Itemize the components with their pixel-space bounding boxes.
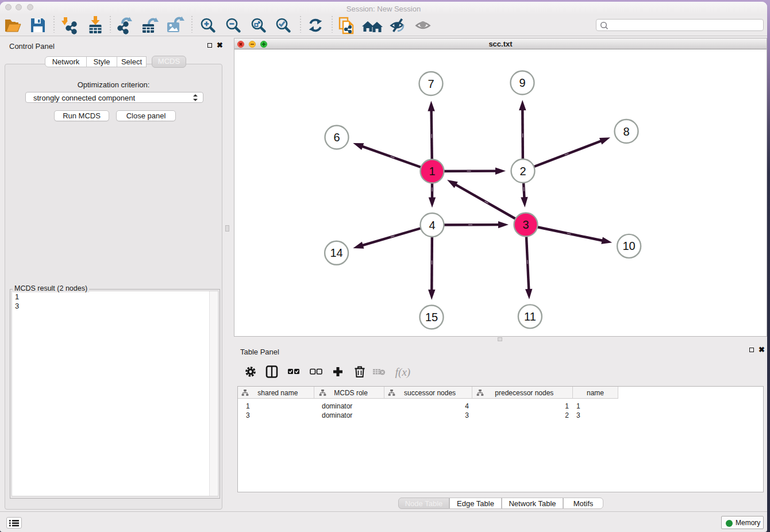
svg-text:7: 7 [428, 78, 434, 90]
svg-text:6: 6 [333, 131, 340, 144]
svg-text:10: 10 [622, 240, 635, 252]
svg-text:8: 8 [623, 125, 629, 138]
svg-text:14: 14 [330, 246, 342, 259]
svg-text:1: 1 [429, 165, 435, 178]
svg-text:3: 3 [522, 218, 529, 231]
svg-text:4: 4 [429, 219, 435, 232]
svg-text:11: 11 [524, 310, 536, 323]
svg-text:9: 9 [519, 76, 525, 89]
svg-text:f(x): f(x) [395, 366, 410, 379]
svg-text:15: 15 [425, 311, 438, 323]
svg-text:2: 2 [519, 165, 526, 178]
